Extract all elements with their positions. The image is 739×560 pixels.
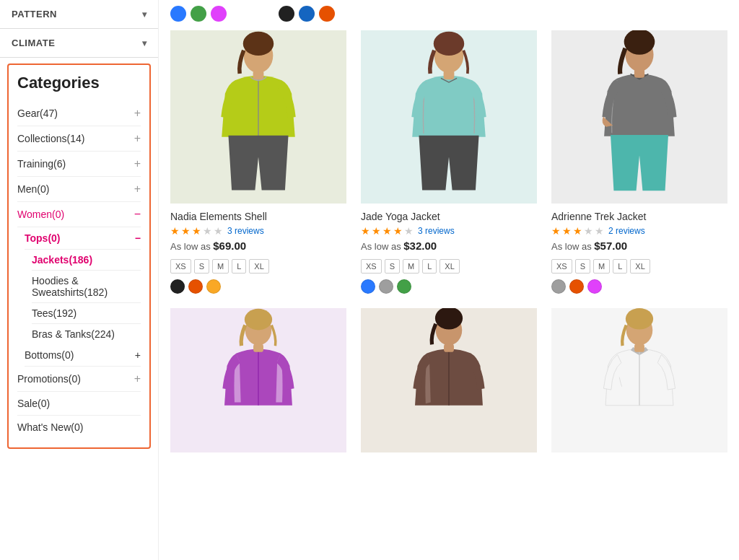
size-m[interactable]: M	[212, 259, 229, 274]
collections-expand-icon: +	[134, 132, 141, 145]
product-image-p5[interactable]	[361, 308, 537, 452]
categories-title: Categories	[17, 74, 141, 92]
size-l[interactable]: L	[422, 259, 437, 274]
sidebar-item-tees[interactable]: Tees(192)	[32, 303, 141, 324]
svg-rect-9	[634, 69, 644, 77]
jade-stars: ★ ★ ★ ★ ★ 3 reviews	[361, 225, 537, 237]
adrienne-color-pink[interactable]	[587, 279, 602, 294]
sidebar-item-jackets[interactable]: Jackets(186)	[32, 250, 141, 271]
tees-label: Tees(192)	[32, 307, 76, 319]
sidebar-item-bottoms[interactable]: Bottoms(0) +	[25, 344, 141, 367]
jade-figure	[361, 30, 537, 204]
sidebar: PATTERN ▾ CLIMATE ▾ Categories Gear(47) …	[0, 0, 159, 560]
sidebar-item-bras[interactable]: Bras & Tanks(224)	[32, 324, 141, 344]
nadia-name: Nadia Elements Shell	[170, 211, 346, 222]
size-xl[interactable]: XL	[630, 259, 650, 274]
size-l[interactable]: L	[232, 259, 246, 274]
nadia-sizes: XS S M L XL	[170, 259, 346, 274]
adrienne-color-grey[interactable]	[551, 279, 566, 294]
sidebar-item-hoodies[interactable]: Hoodies & Sweatshirts(182)	[32, 271, 141, 303]
star1: ★	[361, 225, 370, 237]
sidebar-item-whatsnew[interactable]: What's New(0)	[17, 416, 141, 439]
top-swatch-green[interactable]	[191, 6, 206, 22]
size-xl[interactable]: XL	[249, 259, 268, 274]
nadia-color-black[interactable]	[170, 279, 185, 294]
size-xs[interactable]: XS	[551, 259, 572, 274]
adrienne-name: Adrienne Trek Jacket	[551, 211, 727, 222]
men-label: Men(0)	[17, 183, 49, 195]
star5: ★	[214, 225, 223, 237]
men-expand-icon: +	[134, 183, 141, 196]
product-image-p4[interactable]	[170, 308, 346, 452]
size-s[interactable]: S	[385, 259, 400, 274]
adrienne-sizes: XS S M L XL	[551, 259, 727, 274]
star3: ★	[382, 225, 392, 237]
product-image-p6[interactable]	[551, 308, 727, 452]
star1: ★	[551, 225, 561, 237]
adrienne-colors	[551, 279, 727, 294]
bottoms-expand-icon: +	[135, 349, 141, 361]
climate-filter-label: CLIMATE	[12, 38, 55, 48]
jade-color-green[interactable]	[397, 279, 411, 294]
women-collapse-icon: −	[134, 208, 141, 221]
size-m[interactable]: M	[403, 259, 419, 274]
sidebar-item-gear[interactable]: Gear(47) +	[17, 101, 141, 126]
sale-label: Sale(0)	[17, 398, 50, 409]
svg-rect-3	[253, 70, 264, 79]
svg-rect-6	[444, 70, 455, 79]
product-image-adrienne[interactable]	[551, 30, 727, 204]
pattern-chevron-icon: ▾	[142, 9, 147, 19]
adrienne-reviews-link[interactable]: 2 reviews	[608, 226, 645, 236]
star2: ★	[562, 225, 572, 237]
size-m[interactable]: M	[593, 259, 610, 274]
adrienne-price: As low as $57.00	[551, 240, 727, 252]
tops-label: Tops(0)	[25, 232, 61, 244]
product-card-adrienne: Adrienne Trek Jacket ★ ★ ★ ★ ★ 2 reviews…	[551, 30, 727, 294]
nadia-reviews-link[interactable]: 3 reviews	[227, 226, 264, 236]
climate-chevron-icon: ▾	[142, 38, 147, 48]
p5-figure	[361, 308, 537, 452]
jade-color-grey[interactable]	[379, 279, 393, 294]
jade-reviews-link[interactable]: 3 reviews	[418, 226, 455, 236]
product-image-nadia[interactable]	[170, 30, 346, 204]
training-expand-icon: +	[134, 157, 141, 170]
sidebar-item-tops[interactable]: Tops(0) −	[25, 227, 141, 250]
star4: ★	[393, 225, 403, 237]
training-label: Training(6)	[17, 158, 66, 170]
sidebar-item-men[interactable]: Men(0) +	[17, 177, 141, 202]
top-color-swatches	[170, 0, 727, 30]
nadia-color-yellow[interactable]	[206, 279, 221, 294]
size-s[interactable]: S	[194, 259, 209, 274]
nadia-color-orange[interactable]	[188, 279, 203, 294]
size-xs[interactable]: XS	[361, 259, 382, 274]
adrienne-color-orange[interactable]	[569, 279, 584, 294]
tops-sub-items: Jackets(186) Hoodies & Sweatshirts(182) …	[25, 250, 141, 344]
top-swatch-orange[interactable]	[319, 6, 335, 22]
svg-rect-21	[634, 344, 644, 352]
jackets-label: Jackets(186)	[32, 254, 92, 266]
size-xs[interactable]: XS	[170, 259, 191, 274]
nadia-figure	[170, 30, 346, 204]
climate-filter-toggle[interactable]: CLIMATE ▾	[0, 29, 158, 57]
pattern-filter-toggle[interactable]: PATTERN ▾	[0, 0, 158, 28]
size-s[interactable]: S	[575, 259, 590, 274]
sidebar-item-promotions[interactable]: Promotions(0) +	[17, 367, 141, 392]
collections-label: Collections(14)	[17, 133, 84, 144]
jade-sizes: XS S M L XL	[361, 259, 537, 274]
jade-color-blue[interactable]	[361, 279, 375, 294]
size-l[interactable]: L	[613, 259, 627, 274]
top-swatch-darkblue[interactable]	[299, 6, 315, 22]
product-image-jade[interactable]	[361, 30, 537, 204]
sidebar-item-women[interactable]: Women(0) −	[17, 202, 141, 227]
sidebar-item-training[interactable]: Training(6) +	[17, 152, 141, 177]
women-sub-items: Tops(0) − Jackets(186) Hoodies & Sweatsh…	[17, 227, 141, 367]
top-swatch-purple[interactable]	[211, 6, 227, 22]
sidebar-item-collections[interactable]: Collections(14) +	[17, 126, 141, 152]
pattern-filter-section: PATTERN ▾	[0, 0, 158, 29]
top-swatch-black[interactable]	[279, 6, 294, 22]
size-xl[interactable]: XL	[440, 259, 459, 274]
sidebar-item-sale[interactable]: Sale(0)	[17, 392, 141, 416]
top-swatch-blue[interactable]	[170, 6, 186, 22]
promotions-label: Promotions(0)	[17, 373, 81, 385]
climate-filter-section: CLIMATE ▾	[0, 29, 158, 58]
